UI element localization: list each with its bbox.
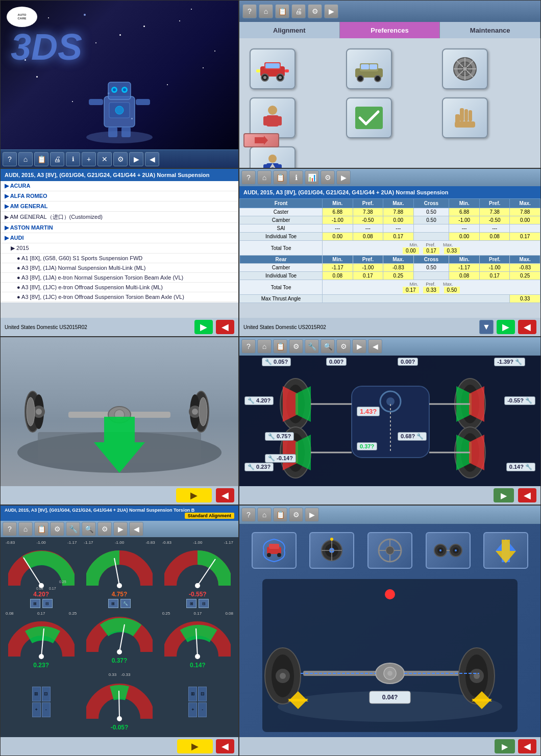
- prefs-gear-btn[interactable]: ⚙: [308, 4, 322, 18]
- nav-back-btn[interactable]: ◀: [216, 320, 234, 334]
- list-item-acura[interactable]: ▶ ACURA: [1, 181, 238, 191]
- gauge-icon-6[interactable]: ⊟: [199, 599, 209, 608]
- list-item-am-import[interactable]: ▶ AM GENERAL（进口）(Customized): [1, 212, 238, 223]
- pref-hand-icon-btn[interactable]: [442, 97, 488, 138]
- tools-gear-btn[interactable]: ⚙: [289, 508, 303, 522]
- tools-green-btn[interactable]: ▶: [495, 739, 515, 753]
- specs-doc-btn[interactable]: 📋: [273, 170, 287, 185]
- info-btn[interactable]: ℹ: [66, 152, 80, 166]
- specs-next-btn[interactable]: ▶: [497, 320, 515, 334]
- tool-btn-direction[interactable]: [483, 532, 528, 569]
- live-green-btn[interactable]: ▶: [494, 488, 514, 502]
- specs-back-btn[interactable]: ◀: [518, 320, 536, 334]
- g-help-btn[interactable]: ?: [3, 522, 17, 536]
- gauge-icon-4[interactable]: 🔧: [120, 599, 131, 608]
- live-gear-btn[interactable]: ⚙: [289, 339, 303, 354]
- tab-maintenance[interactable]: Maintenance: [440, 22, 540, 38]
- small-icon-6[interactable]: ⊟: [198, 687, 207, 701]
- g-gear-btn[interactable]: ⚙: [50, 522, 64, 536]
- list-item-alfa[interactable]: ▶ ALFA ROMEO: [1, 191, 238, 201]
- print-btn[interactable]: 🖨: [50, 152, 64, 166]
- g-wrench-btn[interactable]: 🔧: [66, 522, 80, 536]
- list-item-am[interactable]: ▶ AM GENERAL: [1, 201, 238, 212]
- g-doc-btn[interactable]: 📋: [34, 522, 48, 536]
- settings-btn[interactable]: ⚙: [113, 152, 128, 166]
- tools-doc-btn[interactable]: 📋: [273, 508, 287, 522]
- prefs-doc-btn[interactable]: 📋: [275, 4, 289, 18]
- list-item-a3-1ja-vl[interactable]: ● A3 [8V], (1JA) e-tron Normal Suspensio…: [1, 273, 238, 283]
- prefs-home-btn[interactable]: ⌂: [259, 4, 273, 18]
- tools-next-btn[interactable]: ▶: [305, 508, 319, 522]
- g-settings-btn[interactable]: ⚙: [97, 522, 112, 536]
- prefs-help-btn[interactable]: ?: [242, 4, 257, 18]
- live-wrench-btn[interactable]: 🔧: [305, 339, 319, 354]
- specs-home-btn[interactable]: ⌂: [257, 170, 272, 185]
- pref-checkmark-icon-btn[interactable]: [346, 97, 392, 138]
- specs-gear-btn[interactable]: ⚙: [321, 170, 335, 185]
- small-icon-2[interactable]: ⊟: [42, 687, 51, 701]
- add-btn[interactable]: +: [82, 152, 96, 166]
- pref-suit-icon-btn[interactable]: [250, 146, 296, 168]
- small-icon-8[interactable]: -: [198, 702, 207, 717]
- live-back-btn[interactable]: ◀: [368, 339, 382, 354]
- tool-btn-steering[interactable]: [367, 532, 412, 569]
- pref-person-icon-btn[interactable]: [250, 97, 296, 138]
- prefs-print-btn[interactable]: 🖨: [291, 4, 306, 18]
- list-item-a3-1ja-ml[interactable]: ● A3 [8V], (1JA) Normal Suspension Multi…: [1, 263, 238, 273]
- gauges-back-btn[interactable]: ◀: [216, 739, 234, 753]
- tab-alignment[interactable]: Alignment: [239, 22, 340, 38]
- g-next-btn[interactable]: ▶: [113, 522, 128, 536]
- prefs-arrow-btn[interactable]: [243, 133, 279, 147]
- gauge-icon-5[interactable]: ⊞: [186, 599, 196, 608]
- list-item-2015[interactable]: ▶ 2015: [1, 243, 238, 254]
- list-item-aston[interactable]: ▶ ASTON MARTIN: [1, 223, 238, 233]
- vehicle-list-body[interactable]: ▶ ACURA ▶ ALFA ROMEO ▶ AM GENERAL ▶ AM G…: [1, 181, 238, 303]
- list-item-a3-g-off-ml[interactable]: ● A3 [8V], (G01/G04, G21/G24 + 2UF) Offr…: [1, 302, 238, 303]
- g-zoom-btn[interactable]: 🔍: [82, 522, 96, 536]
- live-home-btn[interactable]: ⌂: [257, 339, 272, 354]
- small-icon-3[interactable]: +: [32, 702, 41, 717]
- save-btn[interactable]: 📋: [34, 152, 48, 166]
- home-btn[interactable]: ⌂: [18, 152, 33, 166]
- specs-down-btn[interactable]: ▼: [479, 320, 494, 334]
- g-home-btn[interactable]: ⌂: [18, 522, 33, 536]
- tool-btn-wheel-sensor[interactable]: [309, 532, 354, 569]
- help-btn[interactable]: ?: [3, 152, 17, 166]
- live-doc-btn[interactable]: 📋: [273, 339, 287, 354]
- live-fwd-btn[interactable]: ▶: [352, 339, 366, 354]
- list-item-a1[interactable]: ● A1 [8X], (G58, G60) S1 Sports Suspensi…: [1, 254, 238, 263]
- small-icon-4[interactable]: -: [42, 702, 51, 717]
- small-icon-1[interactable]: ⊞: [32, 687, 41, 701]
- specs-chart-btn[interactable]: 📊: [305, 170, 319, 185]
- pref-car-icon-btn[interactable]: [250, 48, 296, 89]
- close-btn[interactable]: ✕: [97, 152, 112, 166]
- list-item-audi[interactable]: ▶ AUDI: [1, 233, 238, 243]
- tools-back-btn[interactable]: ◀: [518, 739, 536, 753]
- live-zoom-btn[interactable]: 🔍: [321, 339, 335, 354]
- small-icon-5[interactable]: ⊞: [188, 687, 197, 701]
- gauge-icon-1[interactable]: ⊞: [30, 599, 40, 608]
- gauge-icon-2[interactable]: ⊟: [42, 599, 53, 608]
- gauge-icon-3[interactable]: ⊞: [108, 599, 118, 608]
- nav-next-btn[interactable]: ▶: [194, 320, 213, 334]
- pref-sedan-icon-btn[interactable]: [346, 48, 392, 89]
- tools-home-btn[interactable]: ⌂: [257, 508, 272, 522]
- list-item-a3-1jc-ml[interactable]: ● A3 [8V], (1JC) e-tron Offroad Suspensi…: [1, 283, 238, 292]
- wheel-back-btn[interactable]: ◀: [216, 488, 234, 502]
- next-btn[interactable]: ▶: [129, 152, 143, 166]
- gauges-yellow-btn[interactable]: ▶: [177, 739, 213, 753]
- tool-btn-car-rotate[interactable]: [252, 532, 297, 569]
- specs-help-btn[interactable]: ?: [241, 170, 256, 185]
- live-settings-btn[interactable]: ⚙: [336, 339, 351, 354]
- small-icon-7[interactable]: +: [188, 702, 197, 717]
- wheel-yellow-btn[interactable]: ▶: [176, 488, 212, 502]
- live-back-btn[interactable]: ◀: [518, 488, 536, 502]
- specs-info-btn[interactable]: ℹ: [289, 170, 303, 185]
- tools-help-btn[interactable]: ?: [241, 508, 256, 522]
- pref-wheel-settings-btn[interactable]: [442, 48, 488, 89]
- back-btn[interactable]: ◀: [145, 152, 159, 166]
- tool-btn-wheel-pair[interactable]: [426, 532, 471, 569]
- specs-next-btn[interactable]: ▶: [336, 170, 351, 185]
- prefs-next-btn[interactable]: ▶: [324, 4, 338, 18]
- list-item-a3-1jc-vl[interactable]: ● A3 [8V], (1JC) e-tron Offroad Suspensi…: [1, 292, 238, 302]
